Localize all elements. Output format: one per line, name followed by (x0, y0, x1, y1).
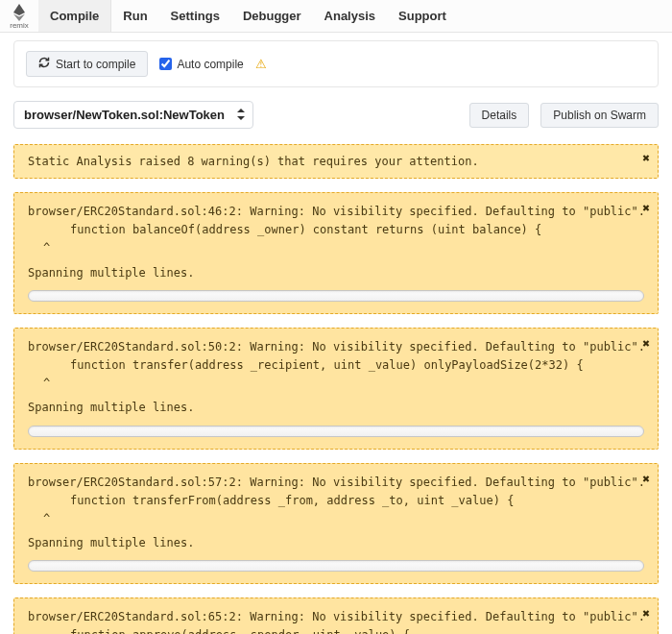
contract-select[interactable]: browser/NewToken.sol:NewToken (13, 101, 253, 129)
warning-header: browser/ERC20Standard.sol:46:2: Warning:… (28, 203, 644, 221)
logo-label: remix (10, 21, 29, 30)
warning-header: browser/ERC20Standard.sol:65:2: Warning:… (28, 608, 644, 626)
ethereum-icon (12, 4, 26, 21)
start-compile-label: Start to compile (56, 58, 135, 71)
warning-caret: ^ (28, 239, 644, 257)
auto-compile-label: Auto compile (177, 58, 243, 71)
warning-span: Spanning multiple lines. (28, 399, 644, 417)
refresh-icon (38, 57, 50, 71)
scrollbar[interactable] (28, 560, 644, 572)
contract-row: browser/NewToken.sol:NewToken Details Pu… (13, 101, 659, 129)
details-button[interactable]: Details (469, 103, 530, 128)
tab-debugger[interactable]: Debugger (231, 0, 313, 32)
auto-compile-input[interactable] (159, 58, 172, 70)
contract-select-value: browser/NewToken.sol:NewToken (24, 108, 225, 122)
warning-span: Spanning multiple lines. (28, 264, 644, 282)
warning-1: ✖ browser/ERC20Standard.sol:46:2: Warnin… (13, 192, 659, 314)
tab-settings[interactable]: Settings (159, 0, 231, 32)
updown-icon (237, 109, 245, 122)
warning-span: Spanning multiple lines. (28, 534, 644, 552)
svg-marker-3 (237, 116, 245, 120)
tab-run[interactable]: Run (111, 0, 158, 32)
close-icon[interactable]: ✖ (642, 470, 650, 490)
publish-swarm-button[interactable]: Publish on Swarm (540, 103, 659, 128)
svg-marker-2 (237, 109, 245, 112)
warning-header: browser/ERC20Standard.sol:57:2: Warning:… (28, 474, 644, 492)
warning-code: function transferFrom(address _from, add… (28, 492, 644, 510)
warning-caret: ^ (28, 510, 644, 528)
auto-compile-checkbox[interactable]: Auto compile (159, 58, 243, 71)
logo: remix (0, 2, 38, 30)
topbar: remix Compile Run Settings Debugger Anal… (0, 0, 672, 33)
svg-marker-0 (13, 4, 25, 15)
warning-icon: ⚠ (255, 57, 267, 71)
warning-header: browser/ERC20Standard.sol:50:2: Warning:… (28, 338, 644, 356)
tab-analysis[interactable]: Analysis (313, 0, 387, 32)
tab-compile[interactable]: Compile (38, 0, 111, 32)
warning-code: function approve(address _spender, uint … (28, 626, 644, 634)
warning-caret: ^ (28, 375, 644, 393)
close-icon[interactable]: ✖ (642, 151, 650, 165)
scrollbar[interactable] (28, 426, 644, 437)
compile-controls: Start to compile Auto compile ⚠ (13, 40, 659, 87)
tabs: Compile Run Settings Debugger Analysis S… (38, 0, 458, 32)
close-icon[interactable]: ✖ (642, 334, 650, 354)
analysis-summary: Static Analysis raised 8 warning(s) that… (13, 144, 659, 179)
close-icon[interactable]: ✖ (642, 199, 650, 219)
tab-support[interactable]: Support (387, 0, 458, 32)
start-compile-button[interactable]: Start to compile (26, 51, 148, 77)
warning-4: ✖ browser/ERC20Standard.sol:65:2: Warnin… (13, 597, 659, 634)
analysis-summary-text: Static Analysis raised 8 warning(s) that… (28, 155, 479, 168)
scrollbar[interactable] (28, 290, 644, 302)
compile-panel: Start to compile Auto compile ⚠ browser/… (0, 33, 672, 634)
close-icon[interactable]: ✖ (642, 604, 650, 624)
warning-2: ✖ browser/ERC20Standard.sol:50:2: Warnin… (13, 328, 659, 450)
warning-code: function balanceOf(address _owner) const… (28, 221, 644, 239)
warning-3: ✖ browser/ERC20Standard.sol:57:2: Warnin… (13, 463, 659, 585)
warning-code: function transfer(address _recipient, ui… (28, 356, 644, 375)
